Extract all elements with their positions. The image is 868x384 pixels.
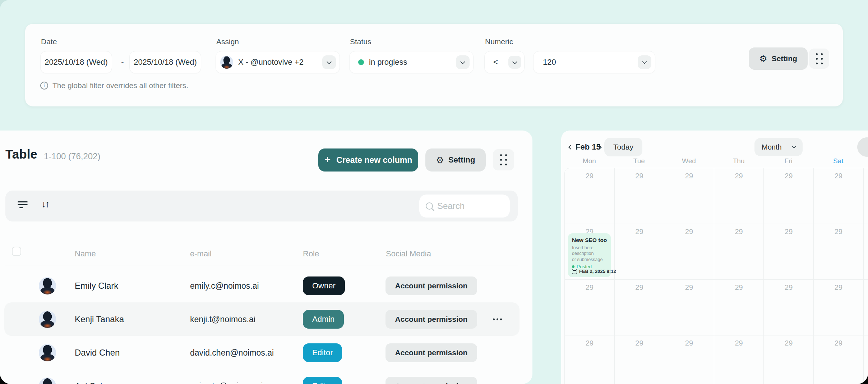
calendar-cell[interactable]: 29: [565, 280, 615, 335]
view-select[interactable]: Month: [754, 138, 803, 156]
calendar-cell[interactable]: 29: [714, 224, 764, 280]
avatar: [39, 378, 56, 384]
row-name: David Chen: [75, 348, 120, 358]
calendar-cell-date: 29: [714, 339, 764, 347]
calendar-cell[interactable]: 29: [814, 280, 864, 335]
date-filter-label: Date: [41, 37, 57, 46]
calendar-cell[interactable]: 29: [814, 168, 864, 224]
calendar-cell-date: 29: [714, 172, 764, 180]
weekday-header: Mon Tue Wed Thu Fri Sat: [564, 157, 863, 165]
calendar-cell-date: 29: [714, 228, 764, 236]
calendar-action-button[interactable]: [857, 137, 868, 157]
status-select[interactable]: in progless: [349, 51, 474, 73]
chevron-down-icon[interactable]: [322, 55, 336, 69]
search-input[interactable]: Search: [419, 195, 510, 218]
calendar-cell-date: 29: [565, 339, 614, 347]
calendar-cell[interactable]: 29: [764, 280, 814, 335]
account-permission-button[interactable]: Account permission: [385, 343, 477, 362]
table-row[interactable]: Aoi Sato aoi.sato@noimos.ai Editor Accou…: [0, 369, 532, 384]
column-header-email[interactable]: e-mail: [190, 249, 212, 259]
calendar-cell-date: 29: [565, 172, 614, 180]
calendar-cell[interactable]: 29: [764, 335, 814, 384]
global-filter-card: Date Assign Status Numeric 2025/10/18 (W…: [25, 24, 843, 106]
column-header-social[interactable]: Social Media: [386, 249, 431, 259]
filter-icon[interactable]: [17, 201, 28, 211]
drag-handle-button[interactable]: [809, 49, 829, 69]
calendar-cell[interactable]: 29: [864, 224, 868, 280]
table-body: Emily Clark emily.c@noimos.ai Owner Acco…: [0, 269, 532, 384]
numeric-value-select[interactable]: 120: [533, 51, 655, 73]
chevron-down-icon[interactable]: [508, 56, 521, 69]
calendar-cell-date: 29: [864, 228, 868, 236]
account-permission-button[interactable]: Account permission: [385, 377, 477, 384]
chevron-right-icon[interactable]: [593, 141, 606, 154]
row-name: Kenji Tanaka: [75, 314, 124, 324]
row-name: Emily Clark: [75, 281, 118, 291]
calendar-cell[interactable]: 29: [714, 280, 764, 335]
calendar-cell[interactable]: 29: [864, 168, 868, 224]
calendar-cell-date: 29: [615, 339, 664, 347]
calendar-cell[interactable]: 29: [615, 335, 665, 384]
calendar-cell-date: 29: [664, 228, 714, 236]
calendar-cell[interactable]: 29: [565, 168, 615, 224]
filter-note: i The global filter overrides all other …: [40, 81, 188, 90]
account-permission-button[interactable]: Account permission: [385, 310, 477, 329]
date-to-value: 2025/10/18 (Wed): [134, 58, 197, 67]
sort-icon[interactable]: ↓↑: [41, 198, 49, 210]
calendar-cell[interactable]: 29: [664, 280, 714, 335]
calendar-cell[interactable]: 29: [615, 224, 665, 280]
assign-select[interactable]: X - @unotovive +2: [216, 51, 340, 73]
numeric-filter-label: Numeric: [485, 37, 513, 46]
row-name: Aoi Sato: [75, 381, 107, 384]
calendar-cell[interactable]: 29: [565, 335, 615, 384]
calendar-cell[interactable]: 29: [664, 168, 714, 224]
calendar-cell[interactable]: 29: [664, 335, 714, 384]
today-button[interactable]: Today: [604, 138, 642, 156]
calendar-cell[interactable]: 29: [814, 224, 864, 280]
account-permission-button[interactable]: Account permission: [385, 276, 477, 295]
table-title: Table: [5, 147, 37, 161]
table-row[interactable]: Kenji Tanaka kenji.t@noimos.ai Admin Acc…: [0, 302, 532, 336]
drag-handle-button[interactable]: [493, 149, 514, 170]
table-panel: Table 1-100 (76,202) + Create new column…: [0, 131, 532, 384]
chevron-left-icon[interactable]: [564, 141, 577, 154]
calendar-cell-date: 29: [814, 172, 863, 180]
calendar-cell[interactable]: 29: [615, 168, 665, 224]
global-setting-button[interactable]: ⚙ Setting: [749, 47, 808, 70]
column-header-name[interactable]: Name: [75, 249, 96, 259]
table-setting-button[interactable]: ⚙ Setting: [425, 148, 486, 172]
calendar-cell-date: 29: [664, 283, 714, 292]
calendar-cell[interactable]: 29: [714, 168, 764, 224]
create-new-column-button[interactable]: + Create new column: [318, 148, 418, 172]
calendar-cell[interactable]: 29: [764, 168, 814, 224]
calendar-cell[interactable]: 29: [814, 335, 864, 384]
gear-icon: ⚙: [436, 156, 444, 165]
date-to-input[interactable]: 2025/10/18 (Wed): [129, 51, 201, 73]
calendar-cell[interactable]: 29: [764, 224, 814, 280]
row-menu-icon[interactable]: [493, 318, 502, 320]
table-row[interactable]: Emily Clark emily.c@noimos.ai Owner Acco…: [0, 269, 532, 302]
plus-icon: +: [324, 154, 331, 165]
calendar-cell[interactable]: 29: [864, 335, 868, 384]
calendar-cell-date: 29: [615, 283, 664, 292]
calendar-cell[interactable]: 29: [664, 224, 714, 280]
calendar-cell[interactable]: 29: [615, 280, 665, 335]
select-all-checkbox[interactable]: [12, 247, 21, 256]
calendar-cell-date: 29: [814, 283, 863, 292]
calendar-cell-date: 29: [714, 283, 764, 292]
calendar-cell[interactable]: 29: [714, 335, 764, 384]
table-range: 1-100 (76,202): [44, 151, 100, 161]
calendar-cell[interactable]: 29: [864, 280, 868, 335]
table-row[interactable]: David Chen david.chen@noimos.ai Editor A…: [0, 336, 532, 369]
numeric-operator-select[interactable]: <: [484, 51, 525, 73]
calendar-cell-date: 29: [864, 283, 868, 292]
calendar-event-card[interactable]: New SEO tool, N... Insert here descripti…: [568, 233, 611, 277]
chevron-down-icon[interactable]: [638, 55, 651, 69]
chevron-down-icon[interactable]: [456, 55, 470, 69]
date-from-input[interactable]: 2025/10/18 (Wed): [40, 51, 112, 73]
calendar-cell-date: 29: [864, 339, 868, 347]
weekday-label: Wed: [664, 157, 714, 165]
column-header-role[interactable]: Role: [303, 249, 319, 259]
calendar-cell-date: 29: [615, 172, 664, 180]
weekday-label-saturday: Sat: [813, 157, 863, 165]
